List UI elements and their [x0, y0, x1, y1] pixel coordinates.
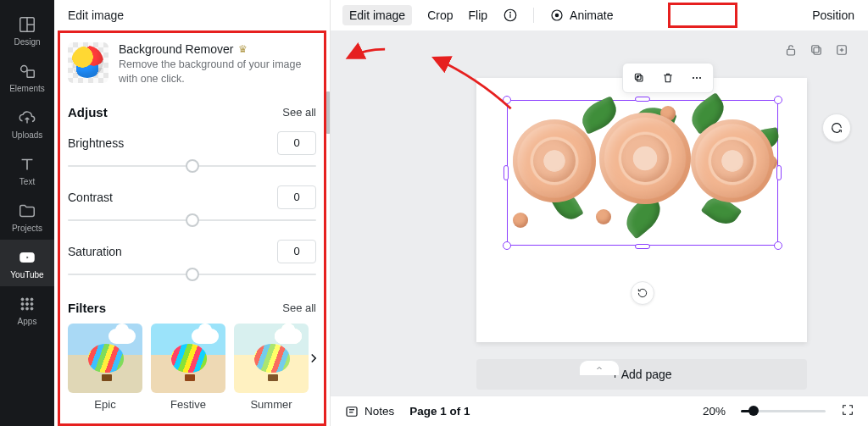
side-panel: Edit image Background Remover ♛ Remove t… [54, 0, 331, 426]
duplicate-element-button[interactable] [628, 67, 650, 89]
filters-see-all[interactable]: See all [282, 302, 316, 314]
canvas[interactable]: + Add page [331, 30, 868, 396]
svg-point-13 [26, 307, 29, 310]
adjust-brightness: Brightness 0 [68, 131, 316, 174]
toolbar-info[interactable] [503, 8, 518, 23]
contrast-label: Contrast [68, 191, 113, 204]
cloud-upload-icon [18, 108, 36, 127]
adjust-title: Adjust [68, 105, 108, 119]
filters-row: Epic Festive Summer [68, 324, 316, 411]
selection-box[interactable] [507, 100, 778, 246]
svg-point-32 [699, 77, 701, 79]
nav-label: Projects [12, 224, 42, 233]
expand-icon [841, 403, 854, 417]
contrast-value[interactable]: 0 [277, 185, 316, 209]
resize-edge[interactable] [504, 165, 509, 180]
svg-point-19 [555, 14, 559, 18]
filter-epic[interactable]: Epic [68, 324, 142, 411]
toolbar-edit-image[interactable]: Edit image [342, 5, 412, 25]
duplicate-icon [632, 71, 646, 85]
page-indicator: Page 1 of 1 [409, 405, 470, 418]
chevron-right-icon [306, 351, 321, 366]
notes-button[interactable]: Notes [344, 404, 394, 419]
zoom-label[interactable]: 20% [703, 405, 726, 418]
fullscreen-button[interactable] [841, 403, 854, 419]
adjust-see-all[interactable]: See all [282, 106, 316, 119]
resize-edge[interactable] [635, 244, 650, 249]
toolbar-position[interactable]: Position [812, 8, 854, 22]
rotate-icon [637, 287, 648, 299]
panel-scrollbar[interactable] [325, 91, 330, 134]
svg-rect-33 [347, 407, 357, 416]
nav-text[interactable]: Text [0, 147, 54, 193]
saturation-value[interactable]: 0 [277, 240, 316, 263]
selected-image[interactable] [508, 101, 777, 245]
svg-point-12 [21, 307, 24, 310]
nav-elements[interactable]: Elements [0, 53, 54, 100]
duplicate-page-button[interactable] [809, 42, 824, 60]
pro-crown-icon: ♛ [238, 43, 248, 55]
delete-element-button[interactable] [657, 67, 679, 89]
toolbar-flip[interactable]: Flip [469, 8, 488, 22]
filters-next-button[interactable] [306, 351, 321, 366]
nav-label: Uploads [12, 130, 43, 140]
svg-point-11 [31, 303, 33, 306]
filter-summer[interactable]: Summer [234, 324, 309, 411]
nav-design[interactable]: Design [0, 7, 54, 53]
text-icon [18, 155, 36, 174]
bg-remover-card[interactable]: Background Remover ♛ Remove the backgrou… [68, 39, 316, 98]
bg-remover-title: Background Remover [119, 42, 233, 56]
filter-name: Summer [234, 398, 309, 411]
chevron-up-icon [594, 363, 604, 373]
brightness-label: Brightness [68, 136, 124, 150]
nav-projects[interactable]: Projects [0, 193, 54, 240]
svg-rect-20 [787, 49, 795, 55]
svg-point-14 [31, 307, 33, 310]
resize-handle[interactable] [774, 241, 782, 250]
nav-apps[interactable]: Apps [0, 286, 54, 333]
animate-icon [549, 8, 565, 23]
animate-label: Animate [570, 8, 613, 22]
nav-youtube[interactable]: YouTube [0, 240, 54, 286]
resize-edge[interactable] [635, 97, 650, 102]
reset-button[interactable] [822, 113, 851, 142]
add-page-bar[interactable]: + Add page [476, 359, 807, 390]
bg-remover-thumb [68, 42, 108, 83]
saturation-slider[interactable] [68, 267, 316, 282]
svg-point-7 [26, 298, 29, 301]
filters-title: Filters [68, 301, 106, 315]
rotate-handle[interactable] [631, 281, 654, 305]
svg-point-30 [693, 77, 694, 79]
svg-point-9 [21, 303, 24, 306]
nav-uploads[interactable]: Uploads [0, 100, 54, 147]
zoom-slider[interactable] [741, 410, 826, 412]
svg-point-10 [26, 303, 29, 306]
lock-page-button[interactable] [783, 42, 798, 60]
add-page-button[interactable] [834, 42, 849, 60]
toolbar-crop[interactable]: Crop [427, 8, 453, 22]
svg-rect-22 [812, 46, 819, 53]
footer-bar: Notes Page 1 of 1 20% [331, 396, 868, 426]
info-icon [503, 8, 518, 23]
vertical-nav: Design Elements Uploads Text Projects Yo… [0, 0, 54, 426]
toolbar-animate[interactable]: Animate [549, 8, 613, 23]
more-icon [690, 71, 704, 85]
resize-handle[interactable] [503, 96, 511, 104]
brightness-value[interactable]: 0 [277, 131, 316, 155]
contrast-slider[interactable] [68, 213, 316, 228]
thumbnail-drawer-toggle[interactable] [579, 360, 620, 375]
selection-toolbar [622, 63, 714, 93]
svg-point-17 [510, 12, 511, 13]
resize-handle[interactable] [774, 96, 782, 104]
notes-icon [344, 404, 359, 419]
svg-point-6 [21, 298, 24, 301]
resize-edge[interactable] [776, 165, 782, 180]
filter-festive[interactable]: Festive [151, 324, 225, 411]
nav-label: Design [14, 37, 40, 47]
side-panel-title: Edit image [54, 0, 330, 30]
redo-icon [830, 121, 843, 135]
brightness-slider[interactable] [68, 158, 316, 174]
more-element-button[interactable] [686, 67, 708, 89]
resize-handle[interactable] [503, 241, 511, 250]
duplicate-icon [809, 42, 824, 58]
